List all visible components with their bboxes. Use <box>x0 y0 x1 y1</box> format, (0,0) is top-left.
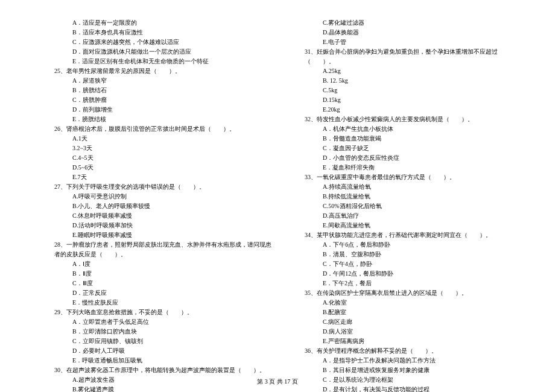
option-line: D.晶体换能器 <box>305 28 525 37</box>
question-line: 35、在传染病区护士穿隔离衣后禁止进入的区域是（ ）。 <box>305 288 525 298</box>
question-line: 28、一肿瘤放疗患者，照射野局部皮肤出现充血、水肿并伴有水疱形成，请问现患者的皮… <box>54 240 274 259</box>
question-line: 27、下列关于呼吸生理变化的选项中错误的是（ ）。 <box>54 182 274 192</box>
question-line: 26、肾癌根治术后，腹膜后引流管的正常拔出时间是术后（ ）。 <box>54 124 274 134</box>
option-line: A．机体产生抗血小板抗体 <box>305 124 525 134</box>
right-column: C.雾化罐过滤器D.晶体换能器E.电子管31、妊娠合并心脏病的孕妇为避免加重负担… <box>305 18 525 392</box>
option-line: D.高压氧治疗 <box>305 211 525 221</box>
question-line: 33、一氧化碳重度中毒患者最佳的氧疗方式是（ ）。 <box>305 172 525 182</box>
option-line: D．前列腺增生 <box>54 105 274 115</box>
option-line: C．下午4点，静卧 <box>305 259 525 269</box>
option-line: B．Ⅱ度 <box>54 269 274 279</box>
option-line: D.活动时呼吸频率加快 <box>54 221 274 230</box>
option-line: E.电子管 <box>305 37 525 47</box>
option-line: E．适应是区别有生命机体和无生命物质的一个特征 <box>54 57 274 66</box>
option-line: A.1天 <box>54 134 274 144</box>
option-line: D．小血管的变态反应性炎症 <box>305 153 525 163</box>
option-line: E．膀胱结核 <box>54 115 274 124</box>
option-line: C.4~5天 <box>54 153 274 163</box>
option-line: D.病人浴室 <box>305 327 525 337</box>
option-line: C.50%酒精湿化后给氧 <box>305 201 525 211</box>
option-line: A.呼吸可受意识控制 <box>54 192 274 201</box>
option-line: C.5kg <box>305 86 525 95</box>
option-line: B．适应本身也具有应激性 <box>54 28 274 37</box>
option-line: B．骨髓造血功能衰竭 <box>305 134 525 144</box>
option-line: E.严密隔离病房 <box>305 337 525 346</box>
option-line: C．膀胱肿瘤 <box>54 95 274 105</box>
option-line: C.雾化罐过滤器 <box>305 18 525 28</box>
question-line: 30、在超声波雾化器工作原理中，将电能转换为超声波声能的装置是（ ）。 <box>54 365 274 375</box>
question-line: 34、某甲状腺功能亢进症患者，行基础代谢率测定时间宜在（ ）。 <box>305 230 525 240</box>
left-column: A．适应是有一定限度的B．适应本身也具有应激性C．应激源来的越突然，个体越难以适… <box>54 18 274 392</box>
option-line: A.持续高流量给氧 <box>305 182 525 192</box>
option-line: C．Ⅲ度 <box>54 279 274 288</box>
option-line: B．其目标是增进或恢复服务对象的健康 <box>305 365 525 375</box>
option-line: C．立即应用镇静、镇咳剂 <box>54 337 274 346</box>
option-line: A.化验室 <box>305 298 525 308</box>
option-line: A.25kg <box>305 66 525 76</box>
option-line: B.配膳室 <box>305 308 525 317</box>
option-line: B.小儿、老人的呼吸频率较慢 <box>54 201 274 211</box>
option-line: E.20kg <box>305 105 525 115</box>
option-line: E．下午2点，餐后 <box>305 279 525 288</box>
option-line: C.病区走廊 <box>305 317 525 327</box>
option-line: D．必要时人工呼吸 <box>54 346 274 356</box>
option-line: B. 12. 5kg <box>305 76 525 86</box>
option-line: E．凝血和纤溶失衡 <box>305 163 525 172</box>
option-line: D．午间12点，餐后和静卧 <box>305 269 525 279</box>
question-line: 29、下列大咯血室息抢救措施，不妥的是（ ）。 <box>54 308 274 317</box>
option-line: 3.2~3天 <box>54 144 274 153</box>
question-line: 32、特发性血小板减少性紫癜病人的主要发病机制是（ ）。 <box>305 115 525 124</box>
option-line: C．应激源来的越突然，个体越难以适应 <box>54 37 274 47</box>
page-footer: 第 3 页 共 17 页 <box>0 378 555 386</box>
option-line: A．立即置患者于头低足高位 <box>54 317 274 327</box>
option-line: D．面对应激源机体只能做出一个层次的适应 <box>54 47 274 57</box>
option-line: E.7天 <box>54 172 274 182</box>
option-line: C．凝血因子缺乏 <box>305 144 525 153</box>
question-line: 36、有关护理程序概念的解释不妥的是（ ）。 <box>305 346 525 356</box>
option-line: E．呼吸道通畅后加压吸氧 <box>54 356 274 365</box>
option-line: B.持续低流量给氧 <box>305 192 525 201</box>
option-line: D.15kg <box>305 95 525 105</box>
option-line: C.休息时呼吸频率减慢 <box>54 211 274 221</box>
option-line: E．慢性皮肤反应 <box>54 298 274 308</box>
question-line: 25、老年男性尿潴留最常见的原因是（ ）。 <box>54 66 274 76</box>
option-line: A．是指导护士工作及解决问题的工作方法 <box>305 356 525 365</box>
question-line: 31、妊娠合并心脏病的孕妇为避免加重负担，整个孕妇体重增加不应超过（ ）。 <box>305 47 525 66</box>
option-line: A．尿道狭窄 <box>54 76 274 86</box>
option-line: B．膀胱结石 <box>54 86 274 95</box>
option-line: B．立即清除口腔内血块 <box>54 327 274 337</box>
option-line: A．适应是有一定限度的 <box>54 18 274 28</box>
option-line: E.间歇高流量给氧 <box>305 221 525 230</box>
option-line: D．正常反应 <box>54 288 274 298</box>
option-line: E.睡眠时呼吸频率减慢 <box>54 230 274 240</box>
option-line: A．下午6点，餐后和静卧 <box>305 240 525 250</box>
page-content: A．适应是有一定限度的B．适应本身也具有应激性C．应激源来的越突然，个体越难以适… <box>0 0 555 392</box>
option-line: D.5~6天 <box>54 163 274 172</box>
option-line: B．清晨、空腹和静卧 <box>305 250 525 259</box>
option-line: A．Ⅰ度 <box>54 259 274 269</box>
